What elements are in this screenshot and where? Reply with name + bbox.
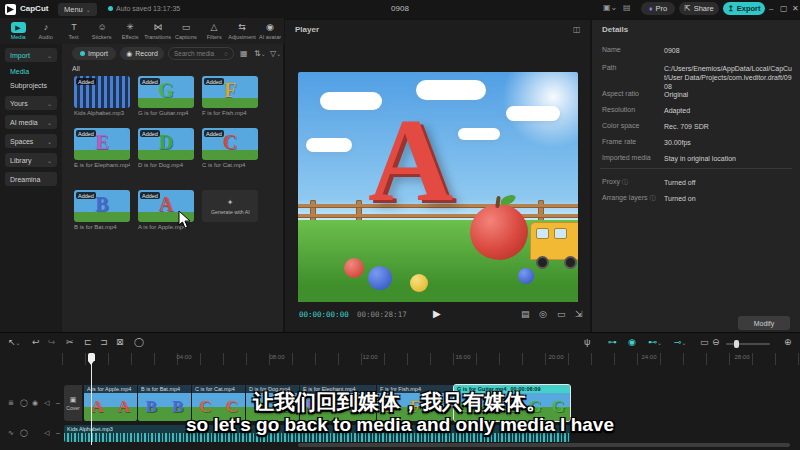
voiceover-mic-icon[interactable]: ψ xyxy=(584,337,590,347)
mirror-preview-icon[interactable]: ▤ xyxy=(521,309,530,319)
magnet-snap-icon[interactable]: ⊶ xyxy=(608,337,617,347)
tab-text[interactable]: T Text xyxy=(60,22,88,40)
tab-label: Text xyxy=(69,34,79,40)
tab-audio[interactable]: ♪ Audio xyxy=(32,22,60,40)
apple xyxy=(470,204,528,260)
zoom-slider-handle[interactable] xyxy=(734,340,739,348)
media-item-e-elephant[interactable]: E Added E is for Elephant.mp4 xyxy=(74,128,130,168)
menu-button[interactable]: Menu ⌄ xyxy=(58,3,97,16)
modify-button[interactable]: Modify xyxy=(738,316,790,330)
sidebar-item-subprojects[interactable]: Subprojects xyxy=(10,82,47,89)
link-clips-icon[interactable]: ◉ xyxy=(628,337,636,347)
media-item-label: C is for Cat.mp4 xyxy=(202,162,258,168)
transitions-icon: ⋈ xyxy=(154,22,163,33)
media-item-d-dog[interactable]: D Added D is for Dog.mp4 xyxy=(138,128,194,168)
zoom-out-icon[interactable]: ⊖ xyxy=(712,337,720,347)
delete-right-icon[interactable]: ⊐ xyxy=(100,337,108,347)
tab-transitions[interactable]: ⋈ Transitions xyxy=(144,22,172,40)
detail-value-path: C:/Users/Enemios/AppData/Local/CapCut/Us… xyxy=(664,64,792,91)
details-title: Details xyxy=(602,25,628,34)
zoom-in-icon[interactable]: ⊕ xyxy=(784,337,792,347)
delete-icon[interactable]: ⊠ xyxy=(116,337,124,347)
info-icon[interactable]: ⓘ xyxy=(622,179,628,185)
tab-filters[interactable]: △ Filters xyxy=(200,22,228,40)
split-icon[interactable]: ✂ xyxy=(66,337,74,347)
maximize-button[interactable]: ▢ xyxy=(780,4,788,13)
resource-tab-bar: ▶ Media ♪ Audio T Text ☺ Stickers ✳ Effe… xyxy=(0,18,284,44)
media-item-g-guitar[interactable]: G Added G is for Guitar.mp4 xyxy=(138,76,194,116)
horizontal-scrollbar[interactable] xyxy=(298,443,790,447)
playhead-handle[interactable] xyxy=(88,353,95,361)
autosave-dot-icon xyxy=(108,6,113,11)
chevron-down-icon: ⌄ xyxy=(86,6,91,13)
cover-frame-icon[interactable]: ▭ xyxy=(700,337,709,347)
grid-view-icon[interactable]: ▦ xyxy=(240,49,248,58)
tab-media[interactable]: ▶ Media xyxy=(4,22,32,40)
redo-icon[interactable]: ↪ xyxy=(48,337,56,347)
minimize-button[interactable]: – xyxy=(769,4,773,13)
bus-wheel xyxy=(564,256,577,269)
timeline-ruler[interactable]: 04:00 08:00 12:00 16:00 20:00 24:00 28:0… xyxy=(62,353,800,365)
tab-effects[interactable]: ✳ Effects xyxy=(116,22,144,40)
letter-a-3d: A xyxy=(368,102,453,220)
sidebar-item-media[interactable]: Media xyxy=(10,68,29,75)
media-item-f-fish[interactable]: F Added F is for Fish.mp4 xyxy=(202,76,258,116)
sidebar-label: Dreamina xyxy=(10,176,40,183)
undo-icon[interactable]: ↩ xyxy=(32,337,40,347)
preview-quality-icon[interactable]: ◎ xyxy=(539,309,547,319)
all-filter-label[interactable]: All xyxy=(72,65,80,72)
cloud xyxy=(306,138,352,152)
media-item-kids-alphabet[interactable]: Added Kids Alphabet.mp3 xyxy=(74,76,130,116)
tab-stickers[interactable]: ☺ Stickers xyxy=(88,22,116,40)
record-button[interactable]: ◉ Record xyxy=(120,47,164,60)
sidebar-item-yours[interactable]: Yours ⌄ xyxy=(5,96,57,110)
marker-icon[interactable]: ◯ xyxy=(134,337,144,347)
track-options-icon[interactable]: ⊸⌄ xyxy=(674,337,687,347)
sidebar-label: Yours xyxy=(10,100,28,107)
layout-panels-icon[interactable]: ▣⌄ xyxy=(603,3,617,12)
divider xyxy=(600,168,792,169)
detail-value-name: 0908 xyxy=(664,46,792,55)
sidebar-item-ai-media[interactable]: AI media ⌄ xyxy=(5,115,57,129)
sidebar-item-spaces[interactable]: Spaces ⌄ xyxy=(5,134,57,148)
ruler-label: 12:00 xyxy=(362,354,377,360)
pro-button[interactable]: ♦ Pro xyxy=(641,2,675,15)
sidebar-item-import[interactable]: Import ⌄ xyxy=(5,48,57,62)
tab-ai-avatar[interactable]: ◉ AI avatar xyxy=(256,22,284,40)
filter-icon[interactable]: ▽⌄ xyxy=(270,49,281,58)
info-icon[interactable]: ⓘ xyxy=(649,195,655,201)
player-title: Player xyxy=(295,25,319,34)
fullscreen-icon[interactable]: ⇲ xyxy=(575,309,583,319)
sidebar-item-dreamina[interactable]: Dreamina xyxy=(5,172,57,186)
auto-preview-icon[interactable]: ⊷⌄ xyxy=(648,337,662,347)
select-tool-icon[interactable]: ↖⌄ xyxy=(8,337,21,347)
added-badge: Added xyxy=(140,78,160,85)
layout-single-icon[interactable]: ▤ xyxy=(623,3,631,12)
cloud xyxy=(458,128,500,140)
bus-window xyxy=(536,228,549,239)
video-preview[interactable]: A xyxy=(298,72,578,302)
generate-with-ai-button[interactable]: ✦ Generate with AI xyxy=(202,190,258,222)
sidebar-item-library[interactable]: Library ⌄ xyxy=(5,153,57,167)
share-button[interactable]: ⇱ Share xyxy=(679,2,719,15)
play-button[interactable]: ▶ xyxy=(433,308,441,319)
import-dot-icon xyxy=(80,51,85,56)
ratio-icon[interactable]: ▭ xyxy=(557,309,566,319)
search-icon: ○ xyxy=(224,50,228,57)
tab-captions[interactable]: ▭ Captions xyxy=(172,22,200,40)
media-item-c-cat[interactable]: C Added C is for Cat.mp4 xyxy=(202,128,258,168)
close-button[interactable]: ✕ xyxy=(792,4,799,13)
timeline-zoom-slider[interactable] xyxy=(726,343,770,345)
autosave-status: Auto saved 13:17:35 xyxy=(108,5,180,12)
tab-adjustment[interactable]: ⇆ Adjustment xyxy=(228,22,256,40)
detail-label-path: Path xyxy=(602,64,616,71)
delete-left-icon[interactable]: ⊏ xyxy=(84,337,92,347)
tab-label: Transitions xyxy=(145,34,172,40)
media-item-label: B is for Bat.mp4 xyxy=(74,224,130,230)
media-item-b-bat[interactable]: B Added B is for Bat.mp4 xyxy=(74,190,130,230)
export-button[interactable]: ↥ Export xyxy=(723,2,765,15)
sort-icon[interactable]: ⇅⌄ xyxy=(254,49,266,58)
picture-in-picture-icon[interactable]: ◫ xyxy=(573,25,581,34)
search-input[interactable]: Search media ○ xyxy=(168,47,234,60)
import-button[interactable]: Import xyxy=(72,47,116,60)
